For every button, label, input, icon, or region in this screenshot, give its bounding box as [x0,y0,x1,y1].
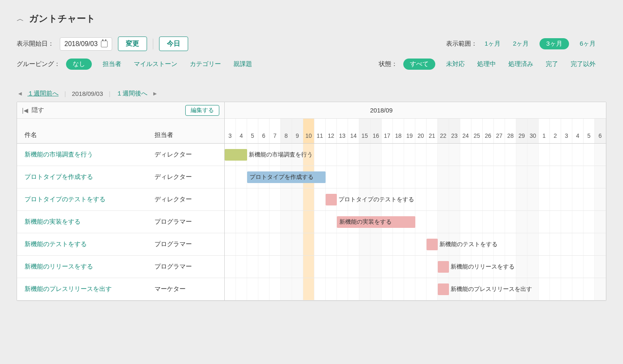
task-subject-link[interactable]: 新機能の実装をする [25,218,155,226]
timeline-cell [393,233,404,255]
timeline-cell [258,211,270,233]
start-date-input[interactable]: 2018/09/03 [60,37,112,51]
timeline-cell [527,166,539,188]
timeline-cell [236,233,247,255]
gantt-bar[interactable] [225,149,247,161]
timeline-cell [314,144,326,166]
timeline-cell [348,166,359,188]
edit-button[interactable]: 編集する [185,105,219,116]
timeline-cell [370,144,382,166]
timeline-cell [292,256,303,278]
day-column-header: 5 [247,119,258,143]
collapse-icon[interactable]: ︿ [17,14,24,24]
state-option[interactable]: 完了以外 [569,59,597,69]
day-column-header: 11 [314,119,326,143]
prev-week-link[interactable]: １週間前へ [27,90,59,98]
task-subject-link[interactable]: プロトタイプのテストをする [25,195,155,203]
grouping-option[interactable]: カテゴリー [188,59,223,69]
timeline-cell [572,188,584,210]
timeline-cell [438,166,449,188]
task-subject-link[interactable]: 新機能の市場調査を行う [25,151,155,159]
task-subject-link[interactable]: 新機能のリリースをする [25,263,155,271]
range-option[interactable]: 2ヶ月 [511,38,530,49]
grouping-option[interactable]: 親課題 [232,59,254,69]
timeline-cell [225,256,236,278]
hide-icon[interactable]: |◀ [22,107,28,114]
timeline-cell [449,166,460,188]
today-button[interactable]: 今日 [159,37,188,51]
gantt-bar[interactable] [427,239,438,250]
grouping-option[interactable]: なし [66,59,92,70]
range-option[interactable]: 3ヶ月 [540,38,569,49]
gantt-bar[interactable]: プロトタイプを作成する [247,171,326,183]
timeline-cell [225,166,236,188]
timeline-cell [247,233,258,255]
timeline-cell [292,278,303,300]
page-title: ガントチャート [29,12,96,25]
timeline-cell [505,188,516,210]
timeline-cell [382,166,393,188]
calendar-icon [101,41,108,47]
state-option[interactable]: 処理済み [507,59,535,69]
grouping-option[interactable]: 担当者 [101,59,123,69]
task-subject-link[interactable]: 新機能のテストをする [25,240,155,248]
state-label: 状態： [379,60,397,68]
timeline-cell [404,233,415,255]
task-assignee: プログラマー [155,218,217,226]
task-subject-link[interactable]: プロトタイプを作成する [25,173,155,181]
day-column-header: 25 [471,119,483,143]
timeline-row: 新機能の実装をする [225,211,606,233]
timeline-cell [427,211,438,233]
timeline-cell [438,188,449,210]
timeline-cell [561,166,572,188]
timeline-cell [404,278,415,300]
task-row: プロトタイプを作成するディレクター [17,166,224,188]
state-option[interactable]: すべて [403,59,435,70]
grouping-option[interactable]: マイルストーン [132,59,179,69]
timeline-cell [449,211,460,233]
timeline-cell [415,166,427,188]
gantt-bar[interactable] [438,283,449,295]
timeline-row: プロトタイプを作成する [225,166,606,188]
timeline-cell [539,144,550,166]
state-option[interactable]: 完了 [544,59,560,69]
range-option[interactable]: 1ヶ月 [483,38,502,49]
timeline-cell [550,256,561,278]
state-option[interactable]: 処理中 [476,59,498,69]
timeline-cell [483,211,494,233]
timeline-cell [550,278,561,300]
state-option[interactable]: 未対応 [444,59,466,69]
timeline-cell [281,278,292,300]
timeline-cell [281,211,292,233]
gantt-bar-label: 新機能のリリースをする [451,261,515,273]
timeline-cell [258,233,270,255]
timeline-cell [337,166,348,188]
day-column-header: 1 [539,119,550,143]
task-subject-link[interactable]: 新機能のプレスリリースを出す [25,285,155,293]
hide-label[interactable]: 隠す [32,106,182,114]
timeline-cell [584,278,595,300]
gantt-bar[interactable]: 新機能の実装をする [337,216,415,228]
next-week-link[interactable]: １週間後へ [116,90,147,98]
timeline-cell [527,211,539,233]
change-button[interactable]: 変更 [118,37,147,51]
task-row: 新機能の実装をするプログラマー [17,211,224,233]
timeline-cell [550,166,561,188]
timeline-cell [415,188,427,210]
day-column-header: 8 [281,119,292,143]
day-column-header: 3 [225,119,236,143]
timeline-cell [281,233,292,255]
range-option[interactable]: 6ヶ月 [578,38,597,49]
gantt-bar[interactable] [326,194,337,205]
gantt-timeline-pane[interactable]: 2018/09 34567891011121314151617181920212… [225,102,606,300]
gantt-bar[interactable] [438,261,449,273]
col-assignee-header: 担当者 [155,131,217,139]
timeline-cell [370,166,382,188]
gantt-chart: |◀ 隠す 編集する 件名 担当者 新機能の市場調査を行うディレクタープロトタイ… [17,102,606,301]
timeline-cell [595,144,606,166]
gantt-bar-label: 新機能のプレスリリースを出す [451,283,532,295]
timeline-cell [460,144,471,166]
timeline-cell [415,211,427,233]
timeline-cell [236,166,247,188]
day-column-header: 13 [337,119,348,143]
